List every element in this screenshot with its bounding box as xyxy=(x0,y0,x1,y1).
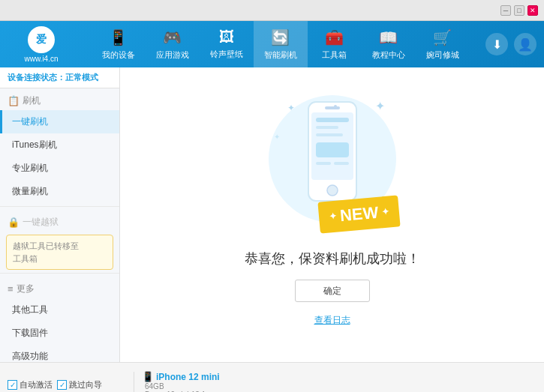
sidebar-item-download-fw[interactable]: 下载固件 xyxy=(0,322,119,345)
wallpaper-icon: 🖼 xyxy=(219,28,234,46)
sidebar-item-itunes-flash[interactable]: iTunes刷机 xyxy=(0,133,119,157)
confirm-button[interactable]: 确定 xyxy=(295,280,370,302)
close-button[interactable]: ✕ xyxy=(527,5,538,16)
sidebar-divider-1 xyxy=(0,206,119,207)
sidebar-item-advanced[interactable]: 高级功能 xyxy=(0,345,119,362)
logo-icon: 爱 xyxy=(28,26,55,53)
success-text: 恭喜您，保资料刷机成功啦！ xyxy=(245,250,420,268)
skip-wizard-checkbox-label[interactable]: 跳过向导 xyxy=(57,379,102,391)
jailbreak-section-label: 一键越狱 xyxy=(23,216,59,229)
svg-rect-8 xyxy=(316,142,349,157)
skip-wizard-label: 跳过向导 xyxy=(69,379,102,391)
bottom-device-area: 自动激活 跳过向导 📱 iPhone 12 mini 64GB Down-12m… xyxy=(0,362,544,392)
svg-rect-5 xyxy=(316,118,349,122)
user-button[interactable]: 👤 xyxy=(514,33,536,55)
download-button[interactable]: ⬇ xyxy=(485,33,508,55)
sidebar-section-more: ≡ 更多 xyxy=(0,277,119,298)
advanced-label: 高级功能 xyxy=(12,350,48,362)
sidebar-item-pro-flash[interactable]: 专业刷机 xyxy=(0,157,119,180)
checkbox-area: 自动激活 跳过向导 xyxy=(8,379,128,391)
nav-smart-flash[interactable]: 🔄 智能刷机 xyxy=(254,21,308,67)
svg-rect-3 xyxy=(325,106,340,109)
toolbox-icon: 🧰 xyxy=(325,28,344,46)
jailbreak-info-box: 越狱工具已转移至工具箱 xyxy=(6,235,113,270)
device-status: 设备连接状态：正常模式 xyxy=(0,67,119,88)
nav-toolbox[interactable]: 🧰 工具箱 xyxy=(308,21,362,67)
device-status-label: 设备连接状态： xyxy=(8,73,65,82)
nav-right-area: ⬇ 👤 xyxy=(485,33,536,55)
shop-icon: 🛒 xyxy=(433,28,452,46)
smart-flash-icon: 🔄 xyxy=(271,28,290,46)
nav-items: 📱 我的设备 🎮 应用游戏 🖼 铃声壁纸 🔄 智能刷机 🧰 工具箱 📖 教程中心… xyxy=(75,21,485,67)
sidebar-divider-2 xyxy=(0,273,119,274)
nav-tutorial[interactable]: 📖 教程中心 xyxy=(362,21,416,67)
download-fw-label: 下载固件 xyxy=(12,327,48,340)
logo-subtext: www.i4.cn xyxy=(24,55,58,63)
sidebar-item-other-tools[interactable]: 其他工具 xyxy=(0,298,119,322)
device-status-value: 正常模式 xyxy=(65,73,98,82)
device-phone-icon: 📱 xyxy=(142,371,154,382)
sidebar-section-jailbreak: 🔒 一键越狱 xyxy=(0,210,119,232)
auto-launch-checkbox[interactable] xyxy=(8,380,17,390)
nav-smart-flash-label: 智能刷机 xyxy=(264,49,297,61)
my-device-icon: 📱 xyxy=(109,28,128,46)
look-daily-link[interactable]: 查看日志 xyxy=(314,314,350,327)
nav-bar: 爱 www.i4.cn 📱 我的设备 🎮 应用游戏 🖼 铃声壁纸 🔄 智能刷机 … xyxy=(0,21,544,67)
svg-point-2 xyxy=(327,185,338,196)
device-name: iPhone 12 mini xyxy=(156,372,220,382)
data-flash-label: 微量刷机 xyxy=(12,185,48,198)
device-storage: 64GB xyxy=(142,382,220,391)
nav-tutorial-label: 教程中心 xyxy=(372,49,405,61)
svg-point-4 xyxy=(334,105,337,108)
one-key-flash-label: 一键刷机 xyxy=(12,115,48,128)
jailbreak-section-icon: 🔒 xyxy=(8,217,20,228)
more-section-icon: ≡ xyxy=(8,283,14,295)
itunes-flash-label: iTunes刷机 xyxy=(12,139,57,151)
sidebar: 设备连接状态：正常模式 📋 刷机 一键刷机 iTunes刷机 专业刷机 微量刷机… xyxy=(0,67,120,362)
tutorial-icon: 📖 xyxy=(379,28,398,46)
maximize-button[interactable]: □ xyxy=(514,5,524,16)
apps-games-icon: 🎮 xyxy=(163,28,182,46)
device-entry: 📱 iPhone 12 mini 64GB Down-12mini-13.1 xyxy=(142,371,220,392)
main-layout: 设备连接状态：正常模式 📋 刷机 一键刷机 iTunes刷机 专业刷机 微量刷机… xyxy=(0,67,544,362)
svg-rect-9 xyxy=(316,162,331,165)
success-illustration: ✦ ✦ ✦ xyxy=(245,88,420,327)
window-controls: ─ □ ✕ xyxy=(500,5,538,16)
nav-wallpaper[interactable]: 🖼 铃声壁纸 xyxy=(200,21,254,67)
sidebar-item-data-flash[interactable]: 微量刷机 xyxy=(0,180,119,203)
nav-apps-games-label: 应用游戏 xyxy=(156,49,189,61)
logo-symbol: 爱 xyxy=(36,33,47,46)
content-area: ✦ ✦ ✦ xyxy=(120,67,544,362)
auto-launch-label: 自动激活 xyxy=(20,379,53,391)
sidebar-item-one-key-flash[interactable]: 一键刷机 xyxy=(0,110,119,133)
minimize-button[interactable]: ─ xyxy=(500,5,511,16)
logo-area: 爱 www.i4.cn xyxy=(8,26,75,63)
flash-section-label: 刷机 xyxy=(23,94,41,107)
title-bar: ─ □ ✕ xyxy=(0,0,544,21)
svg-rect-7 xyxy=(316,133,343,136)
auto-launch-checkbox-label[interactable]: 自动激活 xyxy=(8,379,53,391)
svg-rect-6 xyxy=(316,126,338,129)
pro-flash-label: 专业刷机 xyxy=(12,162,48,175)
other-tools-label: 其他工具 xyxy=(12,304,48,316)
nav-wallpaper-label: 铃声壁纸 xyxy=(210,49,243,60)
jailbreak-info-text: 越狱工具已转移至工具箱 xyxy=(13,241,79,263)
phone-svg xyxy=(302,99,362,204)
new-badge-text: NEW xyxy=(339,203,379,226)
nav-apps-games[interactable]: 🎮 应用游戏 xyxy=(146,21,200,67)
flash-section-icon: 📋 xyxy=(8,95,20,106)
device-name-line: 📱 iPhone 12 mini xyxy=(142,371,220,382)
svg-rect-10 xyxy=(334,162,349,165)
more-section-label: 更多 xyxy=(17,283,35,295)
nav-my-device[interactable]: 📱 我的设备 xyxy=(92,21,146,67)
nav-my-device-label: 我的设备 xyxy=(102,49,135,61)
nav-toolbox-label: 工具箱 xyxy=(322,49,347,61)
bottom-divider xyxy=(134,372,134,393)
nav-shop-label: 婉司修城 xyxy=(426,49,459,61)
skip-wizard-checkbox[interactable] xyxy=(57,380,67,390)
sidebar-section-flash: 📋 刷机 xyxy=(0,88,119,110)
confirm-btn-label: 确定 xyxy=(323,285,341,298)
phone-badge-container: ✦ ✦ ✦ xyxy=(265,88,400,238)
nav-shop[interactable]: 🛒 婉司修城 xyxy=(416,21,470,67)
